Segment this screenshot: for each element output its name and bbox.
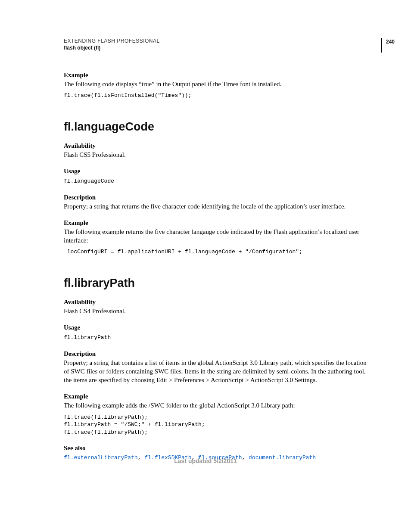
header-subtitle: flash object (fl)	[64, 45, 368, 51]
page-header: EXTENDING FLASH PROFESSIONAL flash objec…	[64, 38, 368, 51]
code-block: fl.trace(fl.libraryPath); fl.libraryPath…	[64, 414, 368, 436]
see-also-label: See also	[64, 445, 368, 452]
usage-label: Usage	[64, 324, 368, 331]
description-label: Description	[64, 350, 368, 358]
section-title-languagecode: fl.languageCode	[64, 120, 368, 134]
example-text: The following code displays “true” in th…	[64, 80, 368, 88]
example-label: Example	[64, 219, 368, 227]
section-title-librarypath: fl.libraryPath	[64, 277, 368, 290]
usage-code: fl.languageCode	[64, 177, 368, 185]
example-label: Example	[64, 72, 368, 79]
example-text: The following example returns the five c…	[64, 227, 368, 245]
example-label: Example	[64, 393, 368, 400]
availability-label: Availability	[64, 299, 368, 306]
description-label: Description	[64, 194, 368, 201]
usage-label: Usage	[64, 168, 368, 175]
description-text: Property; a string that returns the five…	[64, 202, 368, 211]
example-text: The following example adds the /SWC fold…	[64, 401, 368, 410]
availability-label: Availability	[64, 142, 368, 149]
availability-text: Flash CS4 Professional.	[64, 307, 368, 315]
availability-text: Flash CS5 Professional.	[64, 150, 368, 159]
code-block: locConfigURI = fl.applicationURI + fl.la…	[64, 248, 368, 256]
footer-updated: Last updated 5/2/2011	[0, 457, 411, 464]
header-title: EXTENDING FLASH PROFESSIONAL	[64, 38, 368, 44]
usage-code: fl.libraryPath	[64, 334, 368, 342]
document-page: EXTENDING FLASH PROFESSIONAL flash objec…	[0, 0, 411, 482]
page-number: 240	[381, 38, 395, 53]
description-text: Property; a string that contains a list …	[64, 358, 368, 385]
code-block: fl.trace(fl.isFontInstalled("Times"));	[64, 92, 368, 100]
